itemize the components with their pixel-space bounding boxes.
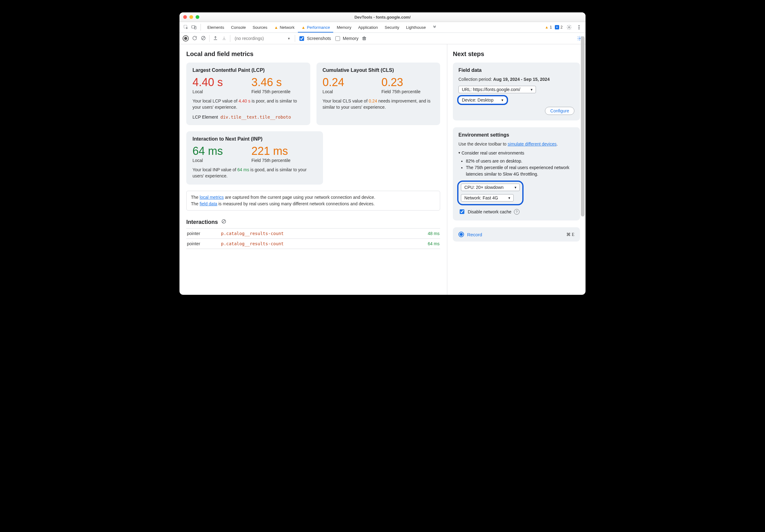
devtools-tabbar: ElementsConsoleSources▲Network▲Performan… [180,22,585,33]
cls-local-value: 0.24 [323,76,369,89]
cls-field-value: 0.23 [382,76,428,89]
recordings-select-label: (no recordings) [235,36,264,41]
next-steps-heading: Next steps [453,51,580,58]
record-action[interactable]: Record [458,232,482,237]
tab-elements[interactable]: Elements [204,22,228,33]
consider-environments-summary[interactable]: Consider real user environments [458,150,574,155]
lcp-field-value: 3.46 s [251,76,298,89]
lcp-element-selector: div.tile__text.tile__roboto [220,115,291,120]
cls-local-label: Local [323,89,369,94]
warnings-badge[interactable]: ▲1 [545,25,552,29]
warning-icon: ▲ [301,25,305,30]
tab-network[interactable]: ▲Network [271,22,298,33]
url-select-label: URL: https://fonts.google.com/ [462,87,520,92]
device-select-label: Device: Desktop [462,98,493,103]
cls-description: Your local CLS value of 0.24 needs impro… [323,98,434,111]
lcp-element-row[interactable]: LCP Element div.tile__text.tile__roboto [193,115,304,120]
lcp-element-label: LCP Element [193,115,218,120]
interactions-table: pointerp.catalog__results-count48 mspoin… [186,228,440,249]
device-toolbar-icon[interactable] [191,24,198,31]
performance-toolbar: (no recordings) ▼ Screenshots Memory [180,33,585,44]
device-select[interactable]: Device: Desktop ▼ [458,96,507,104]
tab-memory[interactable]: Memory [333,22,355,33]
record-button[interactable] [183,35,189,42]
messages-count: 2 [560,25,563,29]
help-icon[interactable]: ? [514,209,519,215]
download-icon[interactable] [221,35,227,42]
tab-lighthouse[interactable]: Lighthouse [402,22,429,33]
tab-label: Elements [207,25,224,30]
memory-checkbox[interactable]: Memory [334,35,359,42]
record-label: Record [467,232,482,237]
svg-point-3 [568,27,570,28]
inspect-element-icon[interactable] [183,24,189,31]
interaction-row[interactable]: pointerp.catalog__results-count64 ms [186,239,440,249]
environment-card: Environment settings Use the device tool… [453,127,580,220]
window-title: DevTools - fonts.google.com/ [180,15,585,20]
inp-description: Your local INP value of 64 ms is good, a… [193,166,317,179]
kebab-menu-icon[interactable] [576,24,582,31]
devtools-window: DevTools - fonts.google.com/ ElementsCon… [180,12,585,295]
inp-heading: Interaction to Next Paint (INP) [193,136,317,142]
inp-field-label: Field 75th percentile [251,158,298,163]
recordings-select[interactable]: (no recordings) ▼ [234,35,292,42]
clear-icon[interactable] [201,35,206,42]
consider-environments-disclosure[interactable]: Consider real user environments 82% of u… [458,150,574,177]
tab-label: Sources [253,25,268,30]
metrics-heading: Local and field metrics [186,51,440,58]
messages-badge[interactable]: ✦2 [555,25,563,29]
caret-down-icon: ▼ [508,196,511,200]
warnings-count: 1 [550,25,552,29]
metrics-footnote: The local metrics are captured from the … [186,191,440,211]
tab-security[interactable]: Security [381,22,402,33]
environment-bullets: 82% of users are on desktop.The 75th per… [458,158,574,177]
titlebar: DevTools - fonts.google.com/ [180,12,585,22]
upload-icon[interactable] [213,35,218,42]
more-tabs-icon[interactable] [431,24,438,31]
configure-button[interactable]: Configure [545,107,574,115]
screenshots-label: Screenshots [307,36,331,41]
tab-sources[interactable]: Sources [249,22,271,33]
field-data-card: Field data Collection period: Aug 19, 20… [453,63,580,121]
disable-cache-label: Disable network cache [468,209,511,214]
environment-bullet: The 75th percentile of real users experi… [466,164,574,177]
settings-gear-icon[interactable] [566,24,572,31]
interactions-heading: Interactions [186,219,440,226]
url-select[interactable]: URL: https://fonts.google.com/▼ [458,86,536,93]
scrollbar-thumb[interactable] [581,36,585,216]
field-data-heading: Field data [458,68,574,73]
separator [201,24,201,31]
interaction-row[interactable]: pointerp.catalog__results-count48 ms [186,228,440,239]
interaction-selector: p.catalog__results-count [221,231,428,236]
lcp-local-value: 4.40 s [193,76,239,89]
clear-interactions-icon[interactable] [221,219,227,226]
scrollbar[interactable] [581,36,585,293]
screenshots-checkbox-input[interactable] [300,36,304,41]
interaction-type: pointer [187,241,221,246]
tab-label: Network [280,25,295,30]
tab-console[interactable]: Console [228,22,249,33]
inp-local-value: 64 ms [193,145,239,157]
tab-performance[interactable]: ▲Performance [298,22,333,33]
field-data-link[interactable]: field data [200,201,217,206]
network-throttle-select[interactable]: Network: Fast 4G▼ [461,194,514,202]
tab-label: Performance [307,25,330,30]
svg-point-8 [579,38,580,39]
screenshots-checkbox[interactable]: Screenshots [298,35,331,42]
memory-checkbox-input[interactable] [336,36,340,41]
simulate-devices-link[interactable]: simulate different devices [508,141,557,146]
disable-cache-checkbox[interactable] [460,209,464,214]
local-metrics-link[interactable]: local metrics [200,195,224,200]
cpu-throttle-select[interactable]: CPU: 20× slowdown▼ [461,184,520,191]
tab-application[interactable]: Application [355,22,381,33]
main-panel: Local and field metrics Largest Contentf… [180,44,447,295]
svg-point-5 [579,27,579,28]
lcp-description: Your local LCP value of 4.40 s is poor, … [193,98,304,111]
right-tool-cluster: ▲1 ✦2 [545,24,582,31]
reload-record-icon[interactable] [192,35,198,42]
side-panel: Next steps Field data Collection period:… [447,44,585,295]
tab-label: Lighthouse [406,25,426,30]
separator [230,35,230,42]
lcp-card: Largest Contentful Paint (LCP) 4.40 s Lo… [186,63,310,125]
garbage-collect-icon[interactable] [362,35,367,42]
